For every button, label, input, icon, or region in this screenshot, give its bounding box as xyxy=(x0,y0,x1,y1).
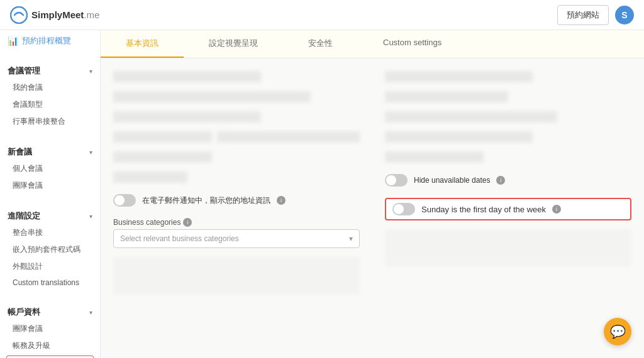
main-content: 基本資訊 設定視覺呈現 安全性 Custom settings 在電子 xyxy=(101,30,644,358)
business-categories-info-icon: i xyxy=(183,218,192,227)
hide-unavailable-label: Hide unavailable dates xyxy=(414,176,490,185)
blurred-field-5 xyxy=(113,151,212,163)
sidebar: 📊 預約排程概覽 會議管理 ▾ 我的會議 會議類型 行事曆串接整合 新會議 ▾ … xyxy=(0,30,101,358)
blurred-bottom-section xyxy=(113,257,360,295)
address-toggle-row: 在電子郵件通知中，顯示您的地址資訊 i xyxy=(113,192,360,209)
business-categories-placeholder: Select relevant business categories xyxy=(120,234,239,243)
sidebar-item-appearance[interactable]: 外觀設計 xyxy=(0,258,100,275)
chat-button[interactable]: 💬 xyxy=(604,318,631,345)
hide-unavailable-toggle-row: Hide unavailable dates i xyxy=(385,171,631,189)
overview-label: 預約排程概覽 xyxy=(22,35,71,46)
section-advanced-settings-title: 進階設定 xyxy=(8,210,40,222)
sunday-info-icon: i xyxy=(552,205,561,214)
hide-unavailable-toggle[interactable] xyxy=(385,174,408,187)
right-blurred-1 xyxy=(385,71,533,82)
sidebar-item-team-meeting[interactable]: 團隊會議 xyxy=(0,177,100,194)
sidebar-item-account-settings[interactable]: 帳號設定 xyxy=(6,355,94,358)
tab-basic-info[interactable]: 基本資訊 xyxy=(101,30,184,58)
blurred-field-3 xyxy=(113,111,261,122)
sidebar-item-calendar-integration[interactable]: 行事曆串接整合 xyxy=(0,113,100,130)
section-account-title: 帳戶資料 xyxy=(8,306,40,318)
address-toggle-label: 在電子郵件通知中，顯示您的地址資訊 xyxy=(142,195,270,206)
sidebar-item-custom-translations[interactable]: Custom translations xyxy=(0,275,100,290)
section-meeting-management: 會議管理 ▾ 我的會議 會議類型 行事曆串接整合 xyxy=(0,57,100,133)
section-account: 帳戶資料 ▾ 團隊會議 帳務及升級 帳號設定 xyxy=(0,298,100,358)
reserve-button[interactable]: 預約網站 xyxy=(557,5,609,25)
tab-visual-settings[interactable]: 設定視覺呈現 xyxy=(184,30,283,58)
right-column: Hide unavailable dates i Sunday is the f… xyxy=(385,71,631,345)
blurred-field-4 xyxy=(217,131,360,143)
logo: SimplyMeet.me xyxy=(10,6,99,24)
chevron-down-icon-3: ▾ xyxy=(89,213,92,220)
section-new-meeting: 新會議 ▾ 個人會議 團隊會議 xyxy=(0,138,100,197)
right-blurred-4 xyxy=(385,131,533,143)
right-blurred-bottom xyxy=(385,229,631,267)
section-account-header[interactable]: 帳戶資料 ▾ xyxy=(0,304,100,320)
chevron-down-icon-2: ▾ xyxy=(89,149,92,156)
blurred-row-group xyxy=(113,131,360,143)
blurred-field-6 xyxy=(113,171,187,183)
chevron-down-icon-4: ▾ xyxy=(89,309,92,316)
avatar: S xyxy=(615,6,634,24)
address-info-icon: i xyxy=(277,196,286,205)
top-right: 預約網站 S xyxy=(557,5,634,25)
blurred-field-1 xyxy=(113,71,261,82)
hide-unavailable-info-icon: i xyxy=(496,176,505,185)
section-meeting-management-title: 會議管理 xyxy=(8,65,40,77)
sidebar-item-billing[interactable]: 帳務及升級 xyxy=(0,337,100,354)
top-bar: SimplyMeet.me 預約網站 S xyxy=(0,0,644,30)
select-chevron-icon: ▾ xyxy=(349,234,353,243)
sidebar-item-personal-meeting[interactable]: 個人會議 xyxy=(0,160,100,177)
right-blurred-2 xyxy=(385,91,508,102)
sunday-first-day-label: Sunday is the first day of the week xyxy=(421,205,546,214)
blurred-field-accent xyxy=(113,131,212,143)
sidebar-item-embed-code[interactable]: 嵌入預約套件程式碼 xyxy=(0,241,100,258)
sidebar-item-integration[interactable]: 整合串接 xyxy=(0,224,100,241)
address-toggle[interactable] xyxy=(113,194,136,207)
logo-text: SimplyMeet.me xyxy=(31,9,99,20)
section-new-meeting-title: 新會議 xyxy=(8,146,32,158)
main-layout: 📊 預約排程概覽 會議管理 ▾ 我的會議 會議類型 行事曆串接整合 新會議 ▾ … xyxy=(0,30,644,358)
tab-bar: 基本資訊 設定視覺呈現 安全性 Custom settings xyxy=(101,30,644,58)
sunday-first-day-row: Sunday is the first day of the week i xyxy=(385,198,631,220)
tab-custom-settings[interactable]: Custom settings xyxy=(358,30,467,58)
svg-point-0 xyxy=(11,7,27,23)
chart-icon: 📊 xyxy=(8,36,18,46)
tab-security[interactable]: 安全性 xyxy=(283,30,358,58)
right-blurred-3 xyxy=(385,111,557,122)
business-categories-field: Business categories i Select relevant bu… xyxy=(113,218,360,248)
sidebar-item-team-meeting-account[interactable]: 團隊會議 xyxy=(0,320,100,337)
section-new-meeting-header[interactable]: 新會議 ▾ xyxy=(0,144,100,160)
chevron-down-icon: ▾ xyxy=(89,68,92,75)
content-body: 在電子郵件通知中，顯示您的地址資訊 i Business categories … xyxy=(101,58,644,358)
right-blurred-5 xyxy=(385,151,484,163)
blurred-field-2 xyxy=(113,91,311,102)
sidebar-item-meeting-types[interactable]: 會議類型 xyxy=(0,96,100,113)
sidebar-item-my-meetings[interactable]: 我的會議 xyxy=(0,79,100,96)
sidebar-item-overview[interactable]: 📊 預約排程概覽 xyxy=(0,30,100,52)
business-categories-label: Business categories i xyxy=(113,218,360,227)
logo-icon xyxy=(10,6,28,24)
section-meeting-management-header[interactable]: 會議管理 ▾ xyxy=(0,63,100,79)
business-categories-select[interactable]: Select relevant business categories ▾ xyxy=(113,229,360,248)
left-column: 在電子郵件通知中，顯示您的地址資訊 i Business categories … xyxy=(113,71,360,345)
section-advanced-settings-header[interactable]: 進階設定 ▾ xyxy=(0,208,100,224)
sunday-first-day-toggle[interactable] xyxy=(392,203,415,215)
section-advanced-settings: 進階設定 ▾ 整合串接 嵌入預約套件程式碼 外觀設計 Custom transl… xyxy=(0,202,100,293)
